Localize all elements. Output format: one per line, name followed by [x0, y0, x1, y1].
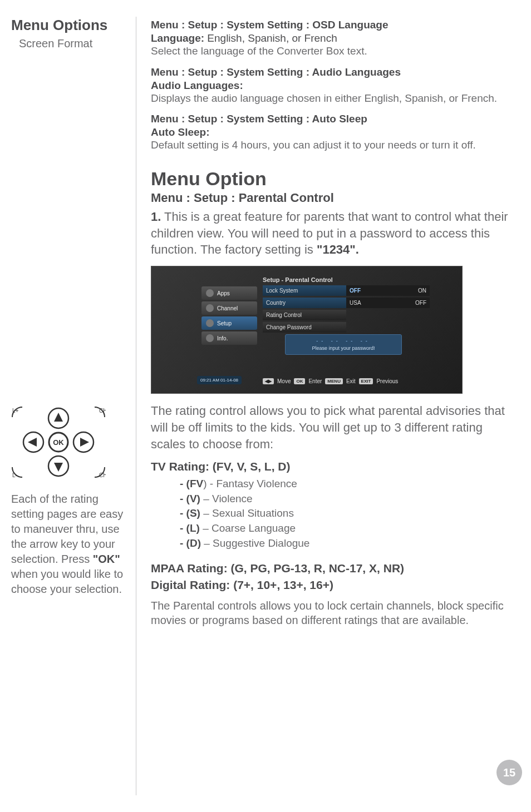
setting-auto-sleep: Menu : Setup : System Setting : Auto Sle…: [151, 113, 509, 152]
ss-prompt-text: Please input your password!: [312, 345, 375, 351]
sidebar-note: Each of the rating setting pages are eas…: [11, 492, 130, 597]
apps-icon: [206, 289, 214, 297]
exit-key-icon: EXIT: [359, 378, 373, 384]
setting-label-line: Language: English, Spanish, or French: [151, 32, 509, 44]
ss-timestamp: 09:21 AM 01-14-08: [197, 376, 242, 384]
rating-item-fv: - (FV) - Fantasy Violence: [180, 477, 509, 492]
ss-row-change-password: Change Password: [263, 322, 430, 333]
tv-rating-heading: TV Rating: (FV, V, S, L, D): [151, 460, 509, 473]
nav-icon: ◀▶: [263, 378, 274, 384]
ss-key: Lock System: [263, 285, 346, 296]
setting-path: Menu : Setup : System Setting : Auto Sle…: [151, 113, 509, 125]
rating-item-v: - (V) – Violence: [180, 492, 509, 507]
setting-desc: Default setting is 4 hours, you can adju…: [151, 138, 509, 152]
parental-control-screenshot: Setup - Parental Control Apps Channel Se…: [151, 266, 463, 394]
svg-marker-5: [28, 438, 37, 447]
svg-marker-1: [54, 413, 63, 422]
setting-label-line: Audio Languages:: [151, 80, 509, 92]
rating-intro: The rating control allows you to pick wh…: [151, 403, 509, 452]
ss-row-rating-control: Rating Control: [263, 310, 430, 320]
ok-key-icon: OK: [294, 378, 305, 384]
menu-option-body: 1. This is a great feature for parents t…: [151, 209, 509, 258]
info-icon: [206, 334, 214, 342]
ss-tab-apps: Apps: [201, 286, 257, 300]
step-number: 1.: [151, 210, 161, 224]
ss-row-lock-system: Lock System OFFON: [263, 285, 430, 296]
mpaa-rating-heading: MPAA Rating: (G, PG, PG-13, R, NC-17, X,…: [151, 562, 509, 575]
setting-path: Menu : Setup : System Setting : Audio La…: [151, 66, 509, 78]
svg-marker-3: [54, 463, 63, 472]
setting-path: Menu : Setup : System Setting : OSD Lang…: [151, 19, 509, 31]
ss-tab-setup: Setup: [201, 316, 257, 330]
ss-footer-keys: ◀▶Move OKEnter MENUExit EXITPrevious: [263, 378, 398, 384]
rating-item-d: - (D) – Suggestive Dialogue: [180, 536, 509, 551]
closing-paragraph: The Parental controls allows you to lock…: [151, 598, 509, 627]
ss-val: USAOFF: [346, 298, 430, 308]
ss-password-dashes: -- -- -- --: [289, 338, 398, 344]
ss-password-prompt: -- -- -- -- Please input your password!: [285, 334, 402, 355]
ss-key: Change Password: [263, 322, 346, 333]
ss-settings-panel: Lock System OFFON Country USAOFF Rating …: [263, 285, 430, 334]
main-content: Menu : Setup : System Setting : OSD Lang…: [136, 17, 509, 795]
setting-audio-languages: Menu : Setup : System Setting : Audio La…: [151, 66, 509, 106]
setting-desc: Displays the audio language chosen in ei…: [151, 92, 509, 106]
sidebar-note-p2: when you would like to choose your selec…: [11, 568, 123, 595]
rating-item-l: - (L) – Coarse Language: [180, 521, 509, 536]
ss-panel-title: Setup - Parental Control: [263, 276, 333, 283]
digital-rating-heading: Digital Rating: (7+, 10+, 13+, 16+): [151, 578, 509, 592]
step-password: "1234".: [317, 242, 359, 256]
page-root: Menu Options Screen Format L+ CH L- CH: [0, 0, 531, 812]
svg-marker-7: [80, 438, 89, 447]
setting-label: Language:: [151, 32, 204, 44]
menu-option-path: Menu : Setup : Parental Control: [151, 191, 509, 205]
ss-tab-channel: Channel: [201, 301, 257, 315]
setting-label-line: Auto Sleep:: [151, 126, 509, 138]
setting-label: Auto Sleep:: [151, 126, 210, 138]
menu-key-icon: MENU: [325, 378, 343, 384]
page-number-badge: 15: [496, 760, 522, 785]
sidebar-subtitle: Screen Format: [19, 37, 130, 50]
ss-val: OFFON: [346, 285, 430, 296]
sidebar-title: Menu Options: [11, 17, 130, 34]
menu-option-heading: Menu Option: [151, 168, 509, 190]
ss-tabs: Apps Channel Setup Info.: [201, 286, 257, 346]
channel-icon: [206, 304, 214, 312]
sidebar: Menu Options Screen Format L+ CH L- CH: [11, 17, 136, 795]
setup-icon: [206, 319, 214, 327]
ss-key: Rating Control: [263, 310, 346, 320]
setting-inline: English, Spanish, or French: [204, 32, 337, 44]
ok-label: OK: [53, 438, 64, 447]
ss-key: Country: [263, 298, 346, 308]
sidebar-note-ok: "OK": [93, 553, 120, 565]
setting-label: Audio Languages:: [151, 80, 243, 91]
rating-item-s: - (S) – Sexual Situations: [180, 506, 509, 521]
setting-osd-language: Menu : Setup : System Setting : OSD Lang…: [151, 19, 509, 58]
tv-rating-list: - (FV) - Fantasy Violence - (V) – Violen…: [151, 477, 509, 551]
dpad-illustration: L+ CH L- CH: [11, 406, 130, 478]
ss-row-country: Country USAOFF: [263, 298, 430, 308]
setting-desc: Select the language of the Converter Box…: [151, 44, 509, 58]
ss-tab-info: Info.: [201, 331, 257, 345]
